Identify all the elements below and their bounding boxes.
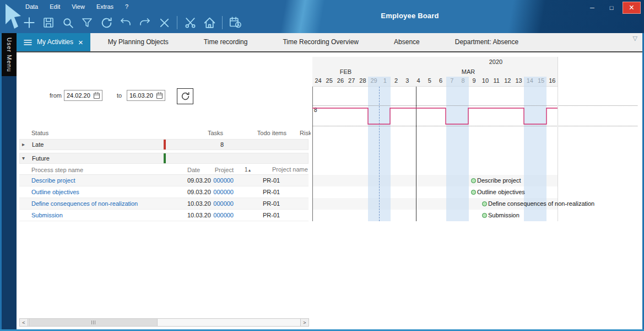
process-step-link[interactable]: Outline objectives bbox=[31, 189, 79, 195]
process-step-link[interactable]: Define consequences of non-realization bbox=[31, 200, 138, 207]
project-link[interactable]: 000000 bbox=[204, 212, 234, 218]
gantt-day-label: 3 bbox=[402, 77, 413, 84]
user-menu-tab[interactable]: User Menu bbox=[2, 33, 17, 76]
gantt-day-label: 4 bbox=[413, 77, 424, 84]
gantt-month-feb: FEB bbox=[312, 68, 379, 75]
column-risks[interactable]: Risks bbox=[300, 130, 311, 136]
milestone-marker[interactable] bbox=[482, 213, 487, 218]
status-table-header: Status Tasks Todo items Risks bbox=[19, 128, 309, 139]
group-row-late[interactable]: ▸ Late 8 bbox=[19, 139, 309, 150]
toolbar-separator bbox=[222, 16, 223, 29]
minimize-button[interactable]: ─ bbox=[584, 2, 600, 14]
column-process-step-name[interactable]: Process step name bbox=[31, 167, 83, 173]
tasks-count: 8 bbox=[182, 141, 224, 148]
capacity-step-line bbox=[312, 87, 558, 127]
to-date-input[interactable] bbox=[127, 90, 165, 101]
tab-label: My Activities bbox=[37, 33, 73, 51]
process-step-link[interactable]: Submission bbox=[31, 212, 63, 218]
gantt-day-label: 9 bbox=[468, 77, 480, 84]
project-name-cell: PR-01 bbox=[263, 189, 280, 195]
gantt-day-label: 16 bbox=[546, 77, 558, 84]
milestone-label: Submission bbox=[488, 212, 519, 218]
project-link[interactable]: 000000 bbox=[204, 177, 234, 184]
gantt-day-label: 26 bbox=[334, 77, 346, 84]
refresh-icon[interactable] bbox=[98, 14, 115, 31]
scroll-right-button[interactable]: > bbox=[300, 319, 309, 326]
gantt-day-label: 6 bbox=[435, 77, 446, 84]
project-name-cell: PR-01 bbox=[263, 200, 280, 207]
gantt-year-label: 2020 bbox=[479, 58, 512, 65]
menu-item-data[interactable]: Data bbox=[25, 3, 38, 10]
toolbar bbox=[21, 14, 243, 31]
gantt-day-label: 25 bbox=[323, 77, 335, 84]
gantt-day-label: 28 bbox=[357, 77, 369, 84]
gantt-day-label: 5 bbox=[424, 77, 435, 84]
home-icon[interactable] bbox=[201, 14, 218, 31]
toolbar-separator bbox=[177, 16, 177, 29]
window-controls: ─ □ × bbox=[584, 2, 641, 14]
schedule-icon[interactable] bbox=[227, 14, 243, 31]
column-project-name[interactable]: Project name bbox=[272, 166, 308, 173]
refresh-icon bbox=[180, 91, 191, 102]
tab-time-recording[interactable]: Time recording bbox=[186, 33, 266, 51]
menu-item-view[interactable]: View bbox=[72, 3, 85, 10]
add-icon[interactable] bbox=[21, 14, 37, 31]
horizontal-scrollbar[interactable]: < > bbox=[19, 318, 309, 327]
menu-item-extras[interactable]: Extras bbox=[96, 3, 113, 10]
tab-close-icon[interactable]: × bbox=[78, 38, 83, 46]
group-label: Future bbox=[32, 155, 50, 162]
column-todo-items[interactable]: Todo items bbox=[237, 130, 286, 136]
tab-time-recording-overview[interactable]: Time Recording Overview bbox=[265, 33, 376, 51]
scroll-left-button[interactable]: < bbox=[20, 319, 28, 326]
tab-my-activities[interactable]: My Activities × bbox=[17, 33, 90, 51]
from-date-input[interactable] bbox=[64, 90, 102, 101]
milestone-label: Outline objectives bbox=[477, 189, 525, 195]
milestone-label: Define consequences of non-realization bbox=[488, 200, 594, 207]
sort-indicator[interactable]: 1▲ bbox=[245, 167, 252, 173]
scrollbar-thumb[interactable] bbox=[29, 319, 158, 326]
expand-chevron-icon[interactable]: ▸ bbox=[22, 141, 25, 147]
milestone-marker[interactable] bbox=[471, 190, 476, 195]
tools-icon[interactable] bbox=[182, 14, 198, 31]
tab-absence[interactable]: Absence bbox=[376, 33, 437, 51]
column-tasks[interactable]: Tasks bbox=[182, 130, 223, 136]
undo-icon[interactable] bbox=[117, 14, 134, 31]
status-color-bar-late bbox=[164, 140, 166, 150]
application-window: Data Edit View Extras ? Employee Board ─… bbox=[0, 0, 644, 331]
reload-range-button[interactable] bbox=[177, 88, 193, 104]
tab-department-absence[interactable]: Department: Absence bbox=[437, 33, 536, 51]
milestone-marker[interactable] bbox=[482, 201, 487, 206]
project-link[interactable]: 000000 bbox=[204, 200, 234, 207]
app-logo-icon bbox=[2, 2, 22, 30]
delete-icon[interactable] bbox=[156, 14, 172, 31]
gantt-timeline-header: 2020 FEB MAR 242526272829123456789101112… bbox=[312, 57, 558, 87]
menu-item-help[interactable]: ? bbox=[125, 3, 128, 10]
status-color-bar-future bbox=[164, 153, 166, 163]
column-date[interactable]: Date bbox=[187, 167, 200, 173]
user-menu-label: User Menu bbox=[6, 38, 13, 72]
gantt-right-edge bbox=[558, 57, 558, 221]
column-project[interactable]: Project bbox=[204, 167, 234, 173]
redo-icon[interactable] bbox=[137, 14, 153, 31]
search-icon[interactable] bbox=[59, 14, 76, 31]
window-title: Employee Board bbox=[381, 12, 439, 20]
table-row: Submission 10.03.20 000000 PR-01 bbox=[19, 210, 309, 221]
gantt-day-label: 12 bbox=[502, 77, 513, 84]
column-status[interactable]: Status bbox=[31, 130, 48, 136]
collapse-chevron-icon[interactable]: ▾ bbox=[22, 155, 25, 161]
tab-my-planning-objects[interactable]: My Planning Objects bbox=[90, 33, 186, 51]
save-icon[interactable] bbox=[40, 14, 57, 31]
group-row-future[interactable]: ▾ Future bbox=[19, 153, 309, 164]
filter-icon[interactable] bbox=[79, 14, 95, 31]
maximize-button[interactable]: □ bbox=[603, 2, 620, 14]
gantt-day-row: 24252627282912345678910111213141516 bbox=[312, 77, 558, 87]
tab-list-dropdown-icon[interactable]: ▽ bbox=[633, 35, 637, 42]
menu-item-edit[interactable]: Edit bbox=[50, 3, 60, 10]
gantt-day-label: 10 bbox=[479, 77, 491, 84]
project-link[interactable]: 000000 bbox=[204, 189, 234, 195]
project-name-cell: PR-01 bbox=[263, 177, 280, 184]
milestone-marker[interactable] bbox=[471, 178, 476, 183]
process-step-link[interactable]: Describe project bbox=[31, 177, 75, 184]
close-button[interactable]: × bbox=[623, 2, 641, 14]
from-label: from bbox=[50, 92, 62, 99]
